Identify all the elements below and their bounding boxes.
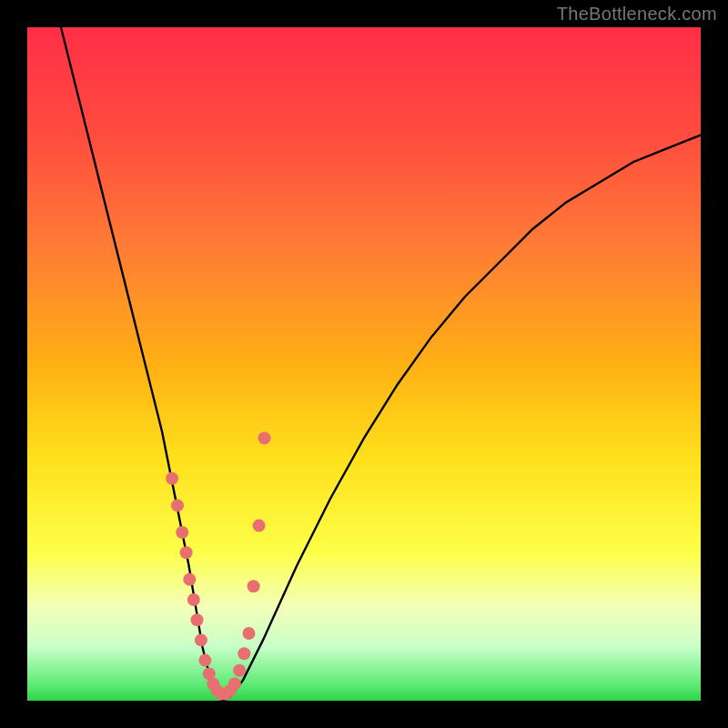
- data-point: [238, 647, 250, 660]
- bottleneck-curve: [61, 27, 701, 701]
- data-point: [228, 678, 241, 691]
- data-point: [180, 546, 193, 559]
- chart-svg: [27, 27, 701, 701]
- data-point: [171, 499, 184, 511]
- data-point: [191, 613, 204, 626]
- data-point: [187, 593, 200, 606]
- data-point: [233, 664, 246, 677]
- data-point: [248, 580, 260, 592]
- chart-frame: TheBottleneck.com: [0, 0, 728, 728]
- watermark-text: TheBottleneck.com: [557, 4, 717, 25]
- data-point: [183, 573, 196, 586]
- data-point: [198, 654, 211, 667]
- sample-points: [166, 431, 270, 700]
- data-point: [243, 627, 256, 640]
- data-point: [166, 472, 178, 485]
- data-point: [253, 520, 266, 532]
- data-point: [176, 526, 188, 539]
- data-point: [258, 431, 271, 444]
- data-point: [195, 633, 207, 646]
- plot-area: [27, 27, 701, 701]
